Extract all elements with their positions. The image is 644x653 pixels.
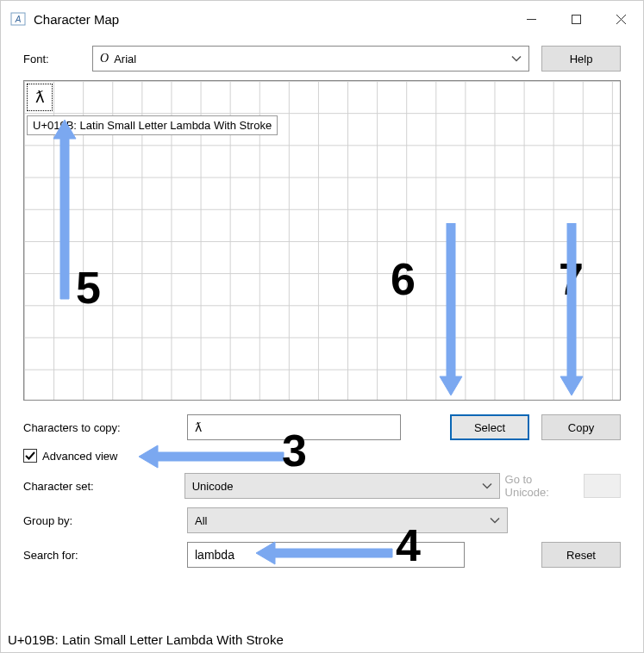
charset-select[interactable]: Unicode (184, 473, 500, 499)
advanced-view-checkbox[interactable] (23, 449, 37, 463)
reset-button[interactable]: Reset (541, 542, 621, 568)
chevron-down-icon (511, 53, 522, 65)
close-button[interactable] (598, 1, 643, 37)
annotation-6: 6 (391, 253, 416, 305)
minimize-button[interactable] (509, 1, 553, 37)
character-grid[interactable]: ƛ U+019B: Latin Small Letter Lambda With… (23, 80, 621, 401)
window-title: Character Map (34, 12, 119, 27)
character-tooltip: U+019B: Latin Small Letter Lambda With S… (27, 115, 278, 135)
font-select[interactable]: O Arial (92, 46, 529, 72)
font-value: Arial (114, 53, 136, 65)
groupby-select[interactable]: All (187, 507, 508, 533)
select-button[interactable]: Select (450, 414, 529, 440)
goto-unicode-input (584, 474, 621, 498)
app-icon: A (9, 10, 27, 28)
svg-marker-9 (139, 445, 284, 468)
search-label: Search for: (23, 549, 187, 562)
groupby-label: Group by: (23, 514, 187, 527)
goto-unicode-label: Go to Unicode: (505, 473, 578, 499)
annotation-5: 5 (76, 262, 101, 314)
search-input[interactable]: lambda (187, 542, 465, 568)
chevron-down-icon (482, 480, 492, 493)
chars-to-copy-label: Characters to copy: (23, 421, 187, 434)
advanced-view-label: Advanced view (42, 450, 117, 463)
svg-rect-3 (572, 15, 580, 23)
chevron-down-icon (490, 514, 500, 527)
font-label: Font: (23, 53, 92, 65)
help-button[interactable]: Help (541, 46, 621, 72)
copy-button[interactable]: Copy (541, 414, 621, 440)
annotation-7: 7 (559, 253, 584, 305)
annotation-3: 3 (282, 425, 307, 476)
status-bar: U+019B: Latin Small Letter Lambda With S… (1, 629, 643, 652)
title-bar: A Character Map (1, 1, 643, 37)
charset-label: Character set: (23, 480, 184, 493)
annotation-4: 4 (396, 519, 421, 571)
character-cell-selected[interactable]: ƛ (27, 84, 53, 111)
font-icon: O (100, 52, 109, 65)
svg-text:A: A (15, 15, 22, 24)
maximize-button[interactable] (553, 1, 598, 37)
annotation-arrow-3 (139, 444, 285, 470)
